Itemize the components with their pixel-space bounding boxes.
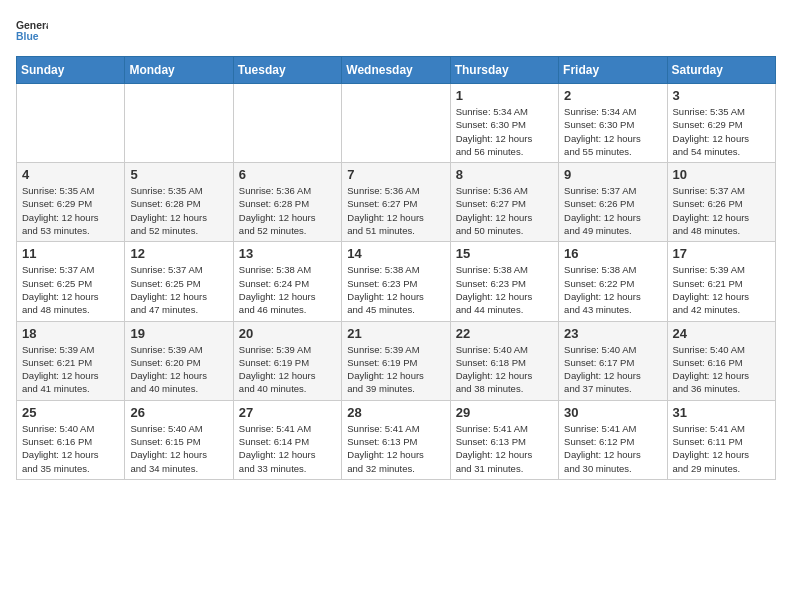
calendar-cell: 2Sunrise: 5:34 AM Sunset: 6:30 PM Daylig…	[559, 84, 667, 163]
calendar-cell	[233, 84, 341, 163]
day-number: 3	[673, 88, 770, 103]
day-info: Sunrise: 5:40 AM Sunset: 6:17 PM Dayligh…	[564, 343, 661, 396]
day-number: 14	[347, 246, 444, 261]
calendar-week-4: 18Sunrise: 5:39 AM Sunset: 6:21 PM Dayli…	[17, 321, 776, 400]
calendar-cell: 29Sunrise: 5:41 AM Sunset: 6:13 PM Dayli…	[450, 400, 558, 479]
day-info: Sunrise: 5:41 AM Sunset: 6:13 PM Dayligh…	[347, 422, 444, 475]
calendar-cell: 1Sunrise: 5:34 AM Sunset: 6:30 PM Daylig…	[450, 84, 558, 163]
day-header-saturday: Saturday	[667, 57, 775, 84]
day-number: 11	[22, 246, 119, 261]
calendar-cell: 12Sunrise: 5:37 AM Sunset: 6:25 PM Dayli…	[125, 242, 233, 321]
day-number: 21	[347, 326, 444, 341]
day-info: Sunrise: 5:41 AM Sunset: 6:14 PM Dayligh…	[239, 422, 336, 475]
calendar-cell: 9Sunrise: 5:37 AM Sunset: 6:26 PM Daylig…	[559, 163, 667, 242]
calendar-cell: 23Sunrise: 5:40 AM Sunset: 6:17 PM Dayli…	[559, 321, 667, 400]
calendar-week-1: 1Sunrise: 5:34 AM Sunset: 6:30 PM Daylig…	[17, 84, 776, 163]
day-info: Sunrise: 5:40 AM Sunset: 6:16 PM Dayligh…	[22, 422, 119, 475]
day-info: Sunrise: 5:41 AM Sunset: 6:13 PM Dayligh…	[456, 422, 553, 475]
calendar-cell	[342, 84, 450, 163]
day-info: Sunrise: 5:39 AM Sunset: 6:19 PM Dayligh…	[347, 343, 444, 396]
svg-text:Blue: Blue	[16, 31, 39, 42]
calendar-cell: 31Sunrise: 5:41 AM Sunset: 6:11 PM Dayli…	[667, 400, 775, 479]
day-number: 31	[673, 405, 770, 420]
day-number: 23	[564, 326, 661, 341]
day-number: 17	[673, 246, 770, 261]
calendar-cell: 21Sunrise: 5:39 AM Sunset: 6:19 PM Dayli…	[342, 321, 450, 400]
day-number: 4	[22, 167, 119, 182]
day-number: 2	[564, 88, 661, 103]
logo-icon: General Blue	[16, 16, 48, 48]
calendar-cell: 11Sunrise: 5:37 AM Sunset: 6:25 PM Dayli…	[17, 242, 125, 321]
day-number: 22	[456, 326, 553, 341]
calendar-cell: 22Sunrise: 5:40 AM Sunset: 6:18 PM Dayli…	[450, 321, 558, 400]
day-header-thursday: Thursday	[450, 57, 558, 84]
day-number: 8	[456, 167, 553, 182]
calendar-week-3: 11Sunrise: 5:37 AM Sunset: 6:25 PM Dayli…	[17, 242, 776, 321]
day-number: 6	[239, 167, 336, 182]
day-number: 5	[130, 167, 227, 182]
calendar-cell: 8Sunrise: 5:36 AM Sunset: 6:27 PM Daylig…	[450, 163, 558, 242]
calendar-cell: 26Sunrise: 5:40 AM Sunset: 6:15 PM Dayli…	[125, 400, 233, 479]
day-info: Sunrise: 5:34 AM Sunset: 6:30 PM Dayligh…	[564, 105, 661, 158]
day-info: Sunrise: 5:40 AM Sunset: 6:16 PM Dayligh…	[673, 343, 770, 396]
day-number: 9	[564, 167, 661, 182]
calendar-cell: 15Sunrise: 5:38 AM Sunset: 6:23 PM Dayli…	[450, 242, 558, 321]
calendar-cell: 4Sunrise: 5:35 AM Sunset: 6:29 PM Daylig…	[17, 163, 125, 242]
calendar-cell: 28Sunrise: 5:41 AM Sunset: 6:13 PM Dayli…	[342, 400, 450, 479]
day-number: 10	[673, 167, 770, 182]
calendar-cell: 24Sunrise: 5:40 AM Sunset: 6:16 PM Dayli…	[667, 321, 775, 400]
calendar-week-2: 4Sunrise: 5:35 AM Sunset: 6:29 PM Daylig…	[17, 163, 776, 242]
calendar-cell: 3Sunrise: 5:35 AM Sunset: 6:29 PM Daylig…	[667, 84, 775, 163]
calendar-cell	[125, 84, 233, 163]
logo: General Blue	[16, 16, 48, 48]
day-header-sunday: Sunday	[17, 57, 125, 84]
day-number: 20	[239, 326, 336, 341]
day-info: Sunrise: 5:36 AM Sunset: 6:27 PM Dayligh…	[456, 184, 553, 237]
svg-text:General: General	[16, 20, 48, 31]
day-info: Sunrise: 5:39 AM Sunset: 6:21 PM Dayligh…	[673, 263, 770, 316]
day-number: 15	[456, 246, 553, 261]
calendar-cell: 13Sunrise: 5:38 AM Sunset: 6:24 PM Dayli…	[233, 242, 341, 321]
calendar-cell: 27Sunrise: 5:41 AM Sunset: 6:14 PM Dayli…	[233, 400, 341, 479]
day-info: Sunrise: 5:34 AM Sunset: 6:30 PM Dayligh…	[456, 105, 553, 158]
calendar-cell: 16Sunrise: 5:38 AM Sunset: 6:22 PM Dayli…	[559, 242, 667, 321]
calendar-table: SundayMondayTuesdayWednesdayThursdayFrid…	[16, 56, 776, 480]
day-info: Sunrise: 5:39 AM Sunset: 6:19 PM Dayligh…	[239, 343, 336, 396]
day-info: Sunrise: 5:38 AM Sunset: 6:24 PM Dayligh…	[239, 263, 336, 316]
calendar-cell: 25Sunrise: 5:40 AM Sunset: 6:16 PM Dayli…	[17, 400, 125, 479]
calendar-cell: 18Sunrise: 5:39 AM Sunset: 6:21 PM Dayli…	[17, 321, 125, 400]
day-number: 27	[239, 405, 336, 420]
day-info: Sunrise: 5:38 AM Sunset: 6:23 PM Dayligh…	[347, 263, 444, 316]
day-header-wednesday: Wednesday	[342, 57, 450, 84]
day-info: Sunrise: 5:40 AM Sunset: 6:18 PM Dayligh…	[456, 343, 553, 396]
day-info: Sunrise: 5:37 AM Sunset: 6:26 PM Dayligh…	[564, 184, 661, 237]
calendar-cell: 14Sunrise: 5:38 AM Sunset: 6:23 PM Dayli…	[342, 242, 450, 321]
day-info: Sunrise: 5:41 AM Sunset: 6:12 PM Dayligh…	[564, 422, 661, 475]
day-number: 26	[130, 405, 227, 420]
day-number: 19	[130, 326, 227, 341]
calendar-cell: 7Sunrise: 5:36 AM Sunset: 6:27 PM Daylig…	[342, 163, 450, 242]
day-info: Sunrise: 5:38 AM Sunset: 6:23 PM Dayligh…	[456, 263, 553, 316]
day-info: Sunrise: 5:35 AM Sunset: 6:29 PM Dayligh…	[673, 105, 770, 158]
day-number: 18	[22, 326, 119, 341]
day-info: Sunrise: 5:37 AM Sunset: 6:25 PM Dayligh…	[130, 263, 227, 316]
day-info: Sunrise: 5:37 AM Sunset: 6:25 PM Dayligh…	[22, 263, 119, 316]
day-number: 28	[347, 405, 444, 420]
day-number: 12	[130, 246, 227, 261]
day-info: Sunrise: 5:38 AM Sunset: 6:22 PM Dayligh…	[564, 263, 661, 316]
calendar-cell: 6Sunrise: 5:36 AM Sunset: 6:28 PM Daylig…	[233, 163, 341, 242]
day-header-tuesday: Tuesday	[233, 57, 341, 84]
calendar-cell: 5Sunrise: 5:35 AM Sunset: 6:28 PM Daylig…	[125, 163, 233, 242]
day-number: 24	[673, 326, 770, 341]
calendar-cell: 17Sunrise: 5:39 AM Sunset: 6:21 PM Dayli…	[667, 242, 775, 321]
day-number: 29	[456, 405, 553, 420]
day-info: Sunrise: 5:36 AM Sunset: 6:28 PM Dayligh…	[239, 184, 336, 237]
day-info: Sunrise: 5:39 AM Sunset: 6:20 PM Dayligh…	[130, 343, 227, 396]
day-header-friday: Friday	[559, 57, 667, 84]
day-number: 13	[239, 246, 336, 261]
calendar-cell: 19Sunrise: 5:39 AM Sunset: 6:20 PM Dayli…	[125, 321, 233, 400]
day-number: 30	[564, 405, 661, 420]
calendar-cell: 20Sunrise: 5:39 AM Sunset: 6:19 PM Dayli…	[233, 321, 341, 400]
day-number: 7	[347, 167, 444, 182]
day-info: Sunrise: 5:36 AM Sunset: 6:27 PM Dayligh…	[347, 184, 444, 237]
